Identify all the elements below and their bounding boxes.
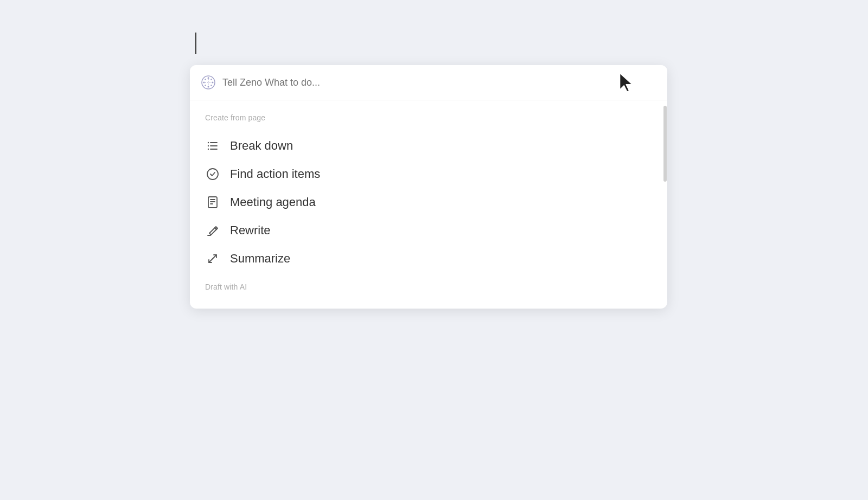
scrollbar-thumb[interactable] bbox=[663, 106, 667, 182]
menu-label-summarize: Summarize bbox=[230, 252, 290, 266]
svg-rect-18 bbox=[208, 197, 217, 208]
menu-item-meeting-agenda[interactable]: Meeting agenda bbox=[205, 188, 652, 216]
bookmark-icon bbox=[205, 195, 220, 210]
menu-item-find-action-items[interactable]: Find action items bbox=[205, 160, 652, 188]
page-container: Create from page Break down bbox=[190, 33, 678, 309]
svg-point-17 bbox=[207, 169, 218, 180]
scrollbar-track[interactable] bbox=[663, 100, 667, 309]
svg-point-6 bbox=[210, 79, 212, 80]
ai-input-row bbox=[190, 65, 667, 100]
zeno-icon bbox=[201, 75, 216, 90]
check-circle-icon bbox=[205, 166, 220, 182]
svg-point-7 bbox=[205, 85, 206, 86]
menu-item-rewrite[interactable]: Rewrite bbox=[205, 216, 652, 245]
menu-item-break-down[interactable]: Break down bbox=[205, 132, 652, 160]
menu-item-summarize[interactable]: Summarize bbox=[205, 245, 652, 273]
arrows-icon bbox=[205, 251, 220, 266]
svg-point-8 bbox=[210, 85, 212, 86]
menu-label-break-down: Break down bbox=[230, 139, 293, 153]
menu-label-meeting-agenda: Meeting agenda bbox=[230, 195, 316, 209]
dropdown-body: Create from page Break down bbox=[190, 100, 667, 309]
svg-line-24 bbox=[209, 259, 213, 262]
svg-line-23 bbox=[213, 255, 216, 259]
svg-point-5 bbox=[205, 79, 206, 80]
section-label-draft: Draft with AI bbox=[205, 283, 652, 291]
section-label-create: Create from page bbox=[205, 113, 652, 122]
ai-panel: Create from page Break down bbox=[190, 65, 667, 309]
text-cursor bbox=[195, 33, 196, 54]
ai-command-input[interactable] bbox=[222, 77, 656, 88]
pencil-icon bbox=[205, 223, 220, 238]
menu-label-rewrite: Rewrite bbox=[230, 223, 271, 238]
menu-label-find-action-items: Find action items bbox=[230, 167, 320, 181]
list-icon bbox=[205, 138, 220, 153]
